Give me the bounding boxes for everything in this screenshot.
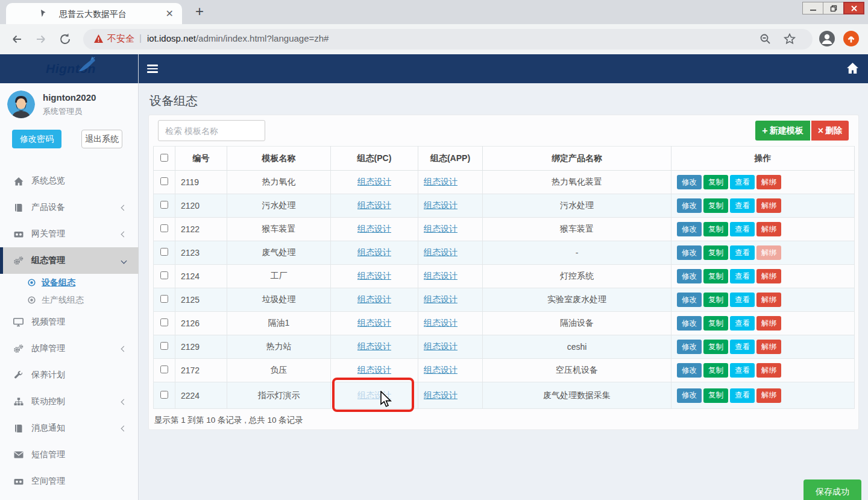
copy-button[interactable]: 复制 <box>703 293 728 307</box>
row-checkbox[interactable] <box>160 366 168 373</box>
config-pc-link[interactable]: 组态设计 <box>357 271 391 280</box>
copy-button[interactable]: 复制 <box>703 340 728 354</box>
sidebar-item-system-overview[interactable]: 系统总览 <box>0 168 139 194</box>
view-button[interactable]: 查看 <box>730 316 755 331</box>
unbind-button[interactable]: 解绑 <box>756 340 781 354</box>
sidebar-toggle-button[interactable] <box>147 65 158 73</box>
new-template-button[interactable]: +新建模板 <box>755 121 810 141</box>
row-checkbox[interactable] <box>160 248 168 256</box>
address-bar[interactable]: 不安全 | iot.idosp.net/admin/index.html?lan… <box>83 29 813 49</box>
view-button[interactable]: 查看 <box>730 175 755 189</box>
config-app-link[interactable]: 组态设计 <box>424 365 458 375</box>
browser-tab[interactable]: 思普云大数据平台 ✕ <box>6 3 182 24</box>
sidebar-item-device-config[interactable]: 设备组态 <box>0 274 139 291</box>
copy-button[interactable]: 复制 <box>703 175 728 189</box>
select-all-checkbox[interactable] <box>160 154 168 162</box>
edit-button[interactable]: 修改 <box>677 175 702 189</box>
edit-button[interactable]: 修改 <box>677 222 702 236</box>
config-app-link[interactable]: 组态设计 <box>424 390 458 400</box>
unbind-button[interactable]: 解绑 <box>756 269 781 283</box>
reload-button[interactable] <box>58 32 72 49</box>
edit-button[interactable]: 修改 <box>677 245 702 260</box>
copy-button[interactable]: 复制 <box>703 363 728 378</box>
config-pc-link[interactable]: 组态设计 <box>357 224 391 233</box>
back-button[interactable] <box>10 32 24 49</box>
sidebar-item-fault-mgmt[interactable]: 故障管理 <box>0 335 139 362</box>
config-pc-link[interactable]: 组态设计 <box>357 247 391 257</box>
unbind-button[interactable]: 解绑 <box>756 316 781 331</box>
view-button[interactable]: 查看 <box>730 363 755 378</box>
copy-button[interactable]: 复制 <box>703 316 728 331</box>
unbind-button[interactable]: 解绑 <box>756 363 781 378</box>
row-checkbox[interactable] <box>160 342 168 350</box>
config-pc-link[interactable]: 组态设计 <box>357 177 391 186</box>
browser-update-button[interactable] <box>843 30 860 49</box>
view-button[interactable]: 查看 <box>730 222 755 236</box>
copy-button[interactable]: 复制 <box>703 388 728 403</box>
edit-button[interactable]: 修改 <box>677 316 702 331</box>
config-pc-link[interactable]: 组态设计 <box>357 294 391 304</box>
new-tab-button[interactable]: + <box>195 3 204 20</box>
unbind-button[interactable]: 解绑 <box>756 198 781 213</box>
sidebar-item-gateway-mgmt[interactable]: 网关管理 <box>0 221 139 247</box>
forward-button[interactable] <box>34 32 48 49</box>
edit-button[interactable]: 修改 <box>677 269 702 283</box>
config-pc-link[interactable]: 组态设计 <box>357 390 391 400</box>
row-checkbox[interactable] <box>160 391 168 399</box>
config-pc-link[interactable]: 组态设计 <box>357 365 391 375</box>
unbind-button[interactable]: 解绑 <box>756 293 781 307</box>
config-app-link[interactable]: 组态设计 <box>424 318 458 328</box>
sidebar-item-linkage-control[interactable]: 联动控制 <box>0 388 139 415</box>
config-pc-link[interactable]: 组态设计 <box>357 318 391 328</box>
unbind-button[interactable]: 解绑 <box>756 175 781 189</box>
unbind-button[interactable]: 解绑 <box>756 388 781 403</box>
minimize-button[interactable] <box>802 2 823 14</box>
config-app-link[interactable]: 组态设计 <box>424 224 458 233</box>
sidebar-item-message-notify[interactable]: 消息通知 <box>0 415 139 441</box>
sidebar-item-space-mgmt[interactable]: 空间管理 <box>0 468 139 495</box>
copy-button[interactable]: 复制 <box>703 222 728 236</box>
row-checkbox[interactable] <box>160 177 168 185</box>
config-pc-link[interactable]: 组态设计 <box>357 200 391 210</box>
zoom-out-icon[interactable] <box>758 32 773 49</box>
close-button[interactable] <box>843 2 864 14</box>
copy-button[interactable]: 复制 <box>703 198 728 213</box>
tab-close-icon[interactable]: ✕ <box>166 8 174 19</box>
logo[interactable]: Hignton <box>0 54 138 83</box>
view-button[interactable]: 查看 <box>730 388 755 403</box>
config-app-link[interactable]: 组态设计 <box>424 200 458 210</box>
row-checkbox[interactable] <box>160 224 168 232</box>
copy-button[interactable]: 复制 <box>703 245 728 260</box>
edit-button[interactable]: 修改 <box>677 340 702 354</box>
view-button[interactable]: 查看 <box>730 293 755 307</box>
unbind-button[interactable]: 解绑 <box>756 222 781 236</box>
view-button[interactable]: 查看 <box>730 245 755 260</box>
bookmark-star-icon[interactable] <box>782 32 797 49</box>
logout-button[interactable]: 退出系统 <box>81 130 122 148</box>
config-app-link[interactable]: 组态设计 <box>424 177 458 186</box>
view-button[interactable]: 查看 <box>730 340 755 354</box>
edit-button[interactable]: 修改 <box>677 363 702 378</box>
change-password-button[interactable]: 修改密码 <box>12 130 61 148</box>
config-app-link[interactable]: 组态设计 <box>424 294 458 304</box>
row-checkbox[interactable] <box>160 201 168 209</box>
sidebar-item-production-line-config[interactable]: 生产线组态 <box>0 291 139 309</box>
sidebar-item-maintenance-plan[interactable]: 保养计划 <box>0 362 139 388</box>
sidebar-item-sms-mgmt[interactable]: 短信管理 <box>0 441 139 468</box>
config-app-link[interactable]: 组态设计 <box>424 341 458 351</box>
sidebar-item-product-device[interactable]: 产品设备 <box>0 194 139 221</box>
view-button[interactable]: 查看 <box>730 269 755 283</box>
row-checkbox[interactable] <box>160 295 168 303</box>
restore-button[interactable] <box>823 2 844 14</box>
row-checkbox[interactable] <box>160 318 168 326</box>
profile-avatar-button[interactable] <box>819 30 835 49</box>
edit-button[interactable]: 修改 <box>677 198 702 213</box>
search-input[interactable] <box>158 120 265 141</box>
edit-button[interactable]: 修改 <box>677 293 702 307</box>
delete-button[interactable]: ×删除 <box>811 121 849 141</box>
home-button[interactable] <box>846 62 859 77</box>
sidebar-item-video-mgmt[interactable]: 视频管理 <box>0 309 139 335</box>
config-app-link[interactable]: 组态设计 <box>424 271 458 280</box>
edit-button[interactable]: 修改 <box>677 388 702 403</box>
view-button[interactable]: 查看 <box>730 198 755 213</box>
